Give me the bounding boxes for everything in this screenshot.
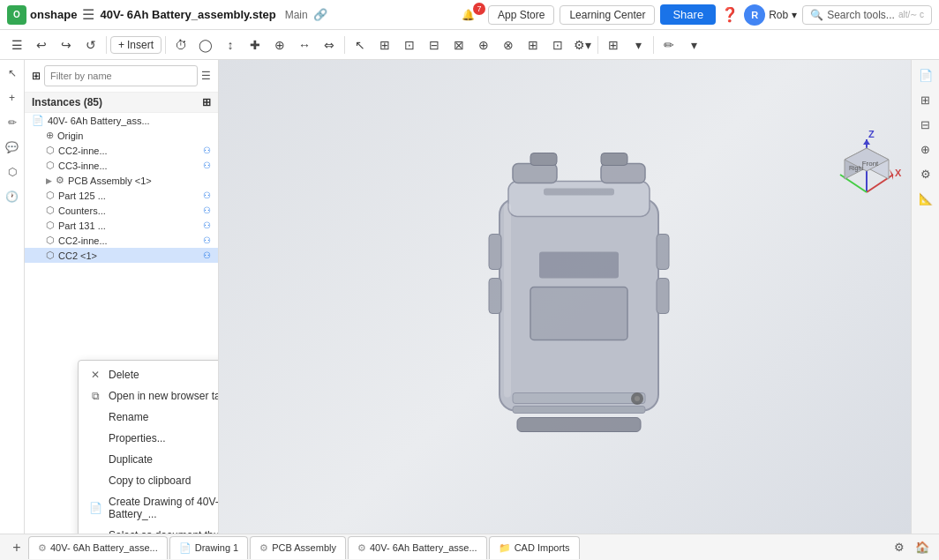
learning-center-button[interactable]: Learning Center	[560, 5, 655, 25]
bottom-actions: ⚙ 🏠	[890, 538, 932, 557]
hamburger-menu-icon[interactable]: ☰	[82, 6, 94, 23]
svg-rect-9	[513, 406, 645, 413]
tool-6[interactable]: ↔	[293, 34, 316, 56]
tool-more[interactable]: ⚙▾	[571, 34, 594, 56]
search-tools-input[interactable]: 🔍 Search tools... alt/∼ c	[802, 5, 932, 25]
tool-18-dropdown[interactable]: ▾	[627, 34, 650, 56]
redo-button[interactable]: ↪	[55, 34, 78, 56]
cm-create-drawing[interactable]: 📄 Create Drawing of 40V- 6Ah Battery_...	[79, 491, 219, 525]
open-tab-icon: ⧉	[89, 390, 101, 402]
tool-20-dropdown[interactable]: ▾	[682, 34, 705, 56]
left-icon-cursor[interactable]: ↖	[3, 63, 22, 83]
cm-copy-label: Copy to clipboard	[109, 474, 191, 487]
tool-7[interactable]: ⇔	[318, 34, 341, 56]
tool-14[interactable]: ⊗	[497, 34, 520, 56]
tool-16[interactable]: ⊡	[546, 34, 569, 56]
orientation-cube[interactable]: Z X Front Right	[831, 131, 902, 201]
tree-item-cc2-1[interactable]: ⬡ CC2-inne... ⚇	[25, 143, 218, 158]
tool-8[interactable]: ↖	[349, 34, 372, 56]
link-icon-sm: ⚇	[203, 190, 211, 200]
tree-item-label: 40V- 6Ah Battery_ass...	[48, 116, 150, 126]
tab-assembly-1[interactable]: ⚙ 40V- 6Ah Battery_asse...	[28, 536, 168, 559]
part-icon: ⬡	[46, 205, 55, 216]
app-store-button[interactable]: App Store	[488, 5, 554, 25]
cm-properties-label: Properties...	[109, 432, 166, 444]
cm-copy-clipboard[interactable]: Copy to clipboard	[79, 470, 219, 491]
tool-3[interactable]: ↕	[219, 34, 242, 56]
rp-relations-button[interactable]: ⊕	[914, 138, 937, 161]
tree-item-part131[interactable]: ⬡ Part 131 ... ⚇	[25, 218, 218, 233]
tab-pcb[interactable]: ⚙ PCB Assembly	[250, 536, 346, 559]
tab-cad-imports[interactable]: 📁 CAD Imports	[489, 536, 580, 559]
left-icon-chat[interactable]: 💬	[3, 138, 22, 157]
filter-by-name-input[interactable]	[44, 65, 198, 86]
undo-button[interactable]: ↩	[30, 34, 53, 56]
cm-thumbnail[interactable]: Select as document thumbnail	[79, 525, 219, 534]
tool-15[interactable]: ⊞	[522, 34, 545, 56]
instances-action-icon[interactable]: ⊞	[202, 96, 211, 108]
tree-item-cc2-ref[interactable]: ⬡ CC2 <1> ⚇	[25, 248, 218, 263]
tool-11[interactable]: ⊟	[423, 34, 446, 56]
bottom-home-button[interactable]: 🏠	[913, 538, 932, 557]
search-icon: 🔍	[810, 9, 823, 21]
logo[interactable]: O onshape	[7, 5, 77, 25]
svg-marker-28	[890, 169, 893, 180]
tree-item-pcb[interactable]: ▶ ⚙ PCB Assembly <1>	[25, 173, 218, 188]
left-icon-shapes[interactable]: ⬡	[3, 162, 22, 182]
tab-drawing1[interactable]: 📄 Drawing 1	[169, 536, 249, 559]
rp-properties-button[interactable]: ⊟	[914, 113, 937, 136]
help-button[interactable]: ❓	[721, 6, 739, 23]
tree-item-origin[interactable]: ⊕ Origin	[25, 128, 218, 143]
left-icon-history[interactable]: 🕐	[3, 187, 22, 206]
add-tab-button[interactable]: +	[7, 538, 26, 557]
tool-5[interactable]: ⊕	[268, 34, 291, 56]
insert-button[interactable]: + Insert	[110, 36, 162, 54]
notification-badge: 7	[473, 3, 485, 15]
svg-text:Front: Front	[862, 160, 879, 168]
refresh-button[interactable]: ↺	[79, 34, 102, 56]
bottom-settings-button[interactable]: ⚙	[890, 538, 909, 557]
tool-9[interactable]: ⊞	[373, 34, 396, 56]
svg-rect-15	[517, 417, 641, 431]
cm-open-tab[interactable]: ⧉ Open in new browser tab	[79, 385, 219, 407]
3d-viewport[interactable]: Z X Front Right	[219, 60, 911, 534]
rp-docs-button[interactable]: 📄	[914, 63, 937, 86]
tool-12[interactable]: ⊠	[447, 34, 470, 56]
tree-item-part125[interactable]: ⬡ Part 125 ... ⚇	[25, 188, 218, 203]
toggle-panel-button[interactable]: ☰	[5, 34, 28, 56]
tab-icon-pcb: ⚙	[259, 542, 268, 554]
cm-properties[interactable]: Properties...	[79, 428, 219, 449]
sidebar-view-toggle[interactable]: ☰	[201, 70, 211, 82]
tab-label-assembly1: 40V- 6Ah Battery_asse...	[50, 542, 158, 553]
tree-item-root[interactable]: 📄 40V- 6Ah Battery_ass...	[25, 113, 218, 128]
user-menu-button[interactable]: R Rob ▾	[744, 4, 797, 26]
left-icon-pencil[interactable]: ✏	[3, 113, 22, 132]
rp-table-button[interactable]: ⊞	[914, 88, 937, 111]
tool-2[interactable]: ◯	[194, 34, 217, 56]
tool-4[interactable]: ✚	[244, 34, 267, 56]
cm-duplicate[interactable]: Duplicate	[79, 449, 219, 470]
battery-model-svg	[464, 146, 694, 445]
tree-item-counters[interactable]: ⬡ Counters... ⚇	[25, 203, 218, 218]
tab-icon-assembly1: ⚙	[38, 542, 47, 554]
tree-item-label: PCB Assembly <1>	[68, 175, 152, 186]
cm-delete[interactable]: ✕ Delete	[79, 364, 219, 385]
rp-model-button[interactable]: ⚙	[914, 162, 937, 185]
tool-13[interactable]: ⊕	[472, 34, 495, 56]
tab-assembly-2[interactable]: ⚙ 40V- 6Ah Battery_asse...	[348, 536, 487, 559]
notifications-button[interactable]: 🔔 7	[454, 5, 483, 25]
toolbar: ☰ ↩ ↪ ↺ + Insert ⏱ ◯ ↕ ✚ ⊕ ↔ ⇔ ↖ ⊞ ⊡ ⊟ ⊠…	[0, 30, 939, 60]
left-icon-add[interactable]: +	[3, 88, 22, 108]
rp-measure-button[interactable]: 📐	[914, 187, 937, 210]
share-button[interactable]: Share	[660, 4, 716, 25]
part-icon: ⬡	[46, 190, 55, 201]
cm-rename[interactable]: Rename	[79, 407, 219, 428]
tool-19[interactable]: ✏	[657, 34, 680, 56]
svg-rect-14	[539, 251, 619, 278]
tree-item-cc2-2[interactable]: ⬡ CC2-inne... ⚇	[25, 233, 218, 248]
tree-item-cc3[interactable]: ⬡ CC3-inne... ⚇	[25, 158, 218, 173]
tool-1[interactable]: ⏱	[169, 34, 192, 56]
tab-label-pcb: PCB Assembly	[272, 542, 336, 553]
tool-17[interactable]: ⊞	[602, 34, 625, 56]
tool-10[interactable]: ⊡	[398, 34, 421, 56]
